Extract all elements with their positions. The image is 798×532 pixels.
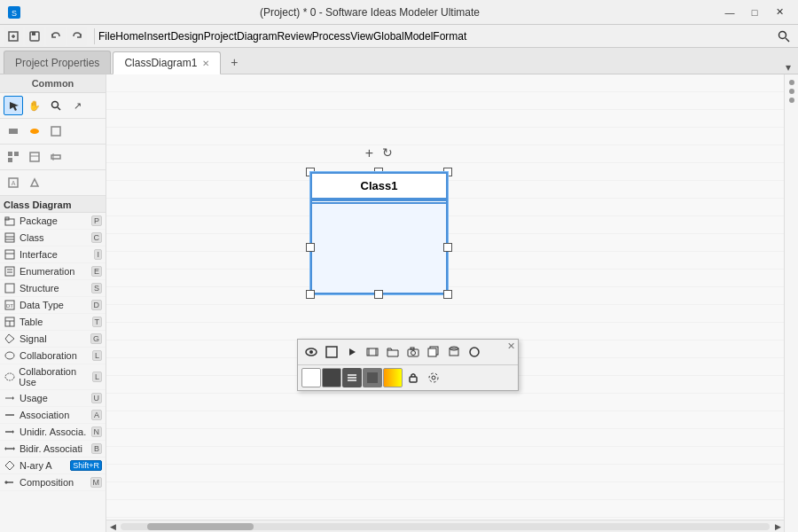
handle-mr[interactable] <box>443 243 452 252</box>
ft-folder-btn[interactable] <box>383 342 403 362</box>
sidebar-item-datatype[interactable]: DT Data Type D <box>0 297 106 314</box>
menu-design[interactable]: Design <box>170 30 203 43</box>
structure-key: S <box>91 283 102 293</box>
class-box[interactable]: Class1 <box>310 172 448 294</box>
sidebar-item-structure[interactable]: Structure S <box>0 280 106 297</box>
redo-button[interactable] <box>67 27 87 46</box>
sidebar-item-association[interactable]: Association A <box>0 407 106 424</box>
ft-settings-btn[interactable] <box>424 368 443 387</box>
tool-select[interactable] <box>4 96 23 115</box>
scroll-left-btn[interactable]: ◀ <box>106 520 119 533</box>
tool-hand[interactable]: ✋ <box>25 96 44 115</box>
quick-access-toolbar <box>0 25 90 48</box>
menu-file[interactable]: File <box>98 30 115 43</box>
handle-bl[interactable] <box>306 290 315 299</box>
menu-format[interactable]: Format <box>433 30 466 43</box>
sidebar-item-interface[interactable]: Interface I <box>0 246 106 263</box>
tool-d[interactable]: A <box>4 173 23 192</box>
app-icon: S <box>7 5 21 20</box>
sidebar-item-enumeration[interactable]: Enumeration E <box>0 263 106 280</box>
svg-rect-14 <box>51 127 60 136</box>
svg-rect-15 <box>8 152 12 156</box>
horizontal-scrollbar[interactable]: ◀ ▶ <box>106 520 784 532</box>
search-icon[interactable] <box>773 26 794 47</box>
sidebar-item-bidir-assoc[interactable]: Bidir. Associati B <box>0 441 106 458</box>
ft-color-white[interactable] <box>301 368 321 387</box>
datatype-icon: DT <box>4 299 16 311</box>
tab-overflow-button[interactable]: ▾ <box>782 61 794 74</box>
tool-a[interactable] <box>4 147 23 167</box>
scroll-right-btn[interactable]: ▶ <box>771 520 784 533</box>
tool-c[interactable] <box>46 147 66 167</box>
ft-lock-btn[interactable] <box>403 368 423 387</box>
menu-diagram[interactable]: Diagram <box>237 30 277 43</box>
ft-lines-btn[interactable] <box>342 368 362 387</box>
tool-b[interactable] <box>25 147 44 167</box>
sidebar-item-usage[interactable]: Usage U <box>0 390 106 407</box>
sidebar-item-package[interactable]: Package P <box>0 213 106 230</box>
menu-review[interactable]: Review <box>277 30 311 43</box>
tab-project-properties[interactable]: Project Properties <box>4 51 111 74</box>
sidebar-item-nary[interactable]: N-ary A Shift+R <box>0 458 106 474</box>
menu-global[interactable]: Global <box>373 30 404 43</box>
tab-add-button[interactable]: + <box>223 51 246 74</box>
tool-rect1[interactable] <box>4 121 23 141</box>
sidebar-item-signal[interactable]: Signal G <box>0 331 106 348</box>
new-button[interactable] <box>4 27 23 46</box>
collaboration-use-key: L <box>92 372 102 382</box>
ft-visibility-btn[interactable] <box>301 342 321 362</box>
tab-close-icon[interactable]: ✕ <box>202 59 209 68</box>
tool-rect2[interactable] <box>46 121 66 141</box>
tab-class-diagram[interactable]: ClassDiagram1 ✕ <box>113 51 221 74</box>
float-toolbar-close[interactable]: ✕ <box>507 340 515 352</box>
handle-br[interactable] <box>443 290 452 299</box>
save-button[interactable] <box>25 27 44 46</box>
ft-copy-btn[interactable] <box>424 342 443 362</box>
minimize-button[interactable]: — <box>718 4 741 21</box>
sidebar-item-collaboration-use[interactable]: Collaboration Use L <box>0 364 106 390</box>
canvas[interactable]: + ↻ Class1 <box>106 74 784 532</box>
ft-camera-btn[interactable] <box>403 342 423 362</box>
handle-ml[interactable] <box>306 243 315 252</box>
ft-border-btn[interactable] <box>322 342 341 362</box>
ft-play-btn[interactable] <box>342 342 362 362</box>
svg-point-56 <box>309 350 313 354</box>
close-button[interactable]: ✕ <box>768 4 791 21</box>
interface-icon <box>4 248 16 261</box>
tool-zoom[interactable] <box>46 96 66 115</box>
scroll-thumb[interactable] <box>147 523 254 530</box>
sidebar-item-collaboration[interactable]: Collaboration L <box>0 348 106 364</box>
toolbar-row-3 <box>0 145 106 170</box>
ft-cylinder-btn[interactable] <box>444 342 464 362</box>
add-icon[interactable]: + <box>365 145 373 161</box>
sidebar-item-class[interactable]: Class C <box>0 230 106 246</box>
handle-bc[interactable] <box>374 290 383 299</box>
association-key: A <box>91 410 102 420</box>
table-label: Table <box>20 317 43 327</box>
menu-process[interactable]: Process <box>312 30 350 43</box>
menu-model[interactable]: Model <box>404 30 434 43</box>
rotate-icon[interactable]: ↻ <box>382 145 393 161</box>
above-icons: + ↻ <box>365 145 393 161</box>
maximize-button[interactable]: □ <box>743 4 766 21</box>
undo-button[interactable] <box>46 27 66 46</box>
ft-gradient-btn[interactable] <box>383 368 403 387</box>
right-panel[interactable] <box>784 74 798 532</box>
unidir-assoc-icon <box>4 426 16 438</box>
ft-circle-btn[interactable] <box>465 342 484 362</box>
tool-e[interactable] <box>25 173 44 192</box>
sidebar-item-composition[interactable]: Composition M <box>0 474 106 491</box>
ft-color-dark[interactable] <box>322 368 341 387</box>
menu-home[interactable]: Home <box>115 30 144 43</box>
class-box-wrapper[interactable]: + ↻ Class1 <box>310 172 448 294</box>
ft-film-btn[interactable] <box>363 342 382 362</box>
sidebar-item-table[interactable]: Table T <box>0 314 106 331</box>
menu-project[interactable]: Project <box>204 30 237 43</box>
menu-view[interactable]: View <box>350 30 373 43</box>
tool-ellipse[interactable] <box>25 121 44 141</box>
tool-arrow[interactable]: ↗ <box>67 96 87 115</box>
ft-fill-btn[interactable] <box>363 368 382 387</box>
sidebar-item-unidir-assoc[interactable]: Unidir. Associa. N <box>0 424 106 441</box>
structure-icon <box>4 282 16 294</box>
menu-insert[interactable]: Insert <box>144 30 170 43</box>
